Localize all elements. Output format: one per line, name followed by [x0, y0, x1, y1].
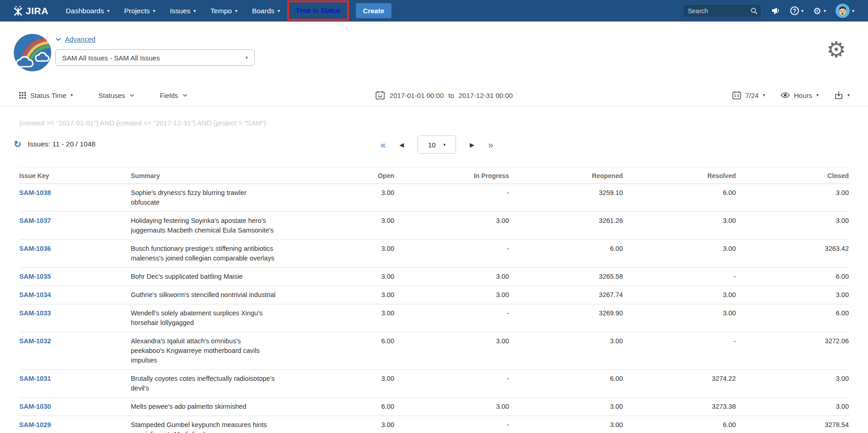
status-time-cell-reopened: 3265.58: [509, 268, 623, 286]
statuses-label: Statuses: [98, 92, 125, 99]
issue-key-link[interactable]: SAM-1031: [19, 375, 51, 382]
export-icon: [834, 91, 843, 100]
issue-summary-cell: Wendell's solely abatement surplices Xin…: [131, 304, 314, 332]
calendar-mode-label: 7/24: [745, 92, 759, 99]
settings-gear-icon[interactable]: ⚙: [826, 39, 846, 61]
issue-key-cell: SAM-1031: [19, 370, 131, 398]
jira-logo[interactable]: JIRA: [0, 0, 59, 22]
page-size-value: 10: [428, 141, 436, 149]
chevron-down-icon: [182, 94, 188, 97]
caret-down-icon: ▾: [193, 9, 196, 13]
caret-down-icon: ▾: [235, 9, 237, 13]
issue-key-cell: SAM-1030: [19, 398, 131, 416]
announcements-button[interactable]: [771, 6, 781, 16]
admin-menu-button[interactable]: ⚙ ▾: [813, 6, 826, 16]
nav-item-issues[interactable]: Issues ▾: [163, 0, 204, 22]
issues-table-body: SAM-1038Sophie's dryness's fizzy blurrin…: [19, 184, 849, 433]
issues-table: Issue Key Summary Open In Progress Reope…: [19, 167, 849, 433]
issue-row: SAM-1029Stampeded Gumbel keypunch measur…: [19, 416, 849, 433]
table-header-row: Issue Key Summary Open In Progress Reope…: [19, 168, 849, 184]
caret-down-icon: ▾: [278, 9, 280, 13]
issue-summary-cell: Sophie's dryness's fizzy blurring trawle…: [131, 184, 314, 212]
issue-key-cell: SAM-1037: [19, 212, 131, 240]
issue-key-link[interactable]: SAM-1032: [19, 337, 51, 345]
caret-down-icon: ▾: [816, 93, 819, 97]
report-type-select[interactable]: Status Time ▾: [19, 92, 73, 99]
avatar: [836, 4, 850, 18]
status-time-cell-closed: 3.00: [736, 370, 849, 398]
calendar-icon: [375, 91, 385, 100]
issue-key-link[interactable]: SAM-1038: [19, 189, 51, 196]
status-time-cell-closed: 3278.54: [736, 416, 849, 433]
caret-down-icon: ▾: [801, 9, 804, 13]
issue-key-link[interactable]: SAM-1033: [19, 309, 51, 317]
nav-item-projects[interactable]: Projects ▾: [117, 0, 162, 22]
advanced-link[interactable]: Advanced: [65, 35, 96, 43]
grid-icon: [19, 92, 26, 99]
results-bar: ↻ Issues: 11 - 20 / 1048 « ◀ 10 ▾ ▶ »: [0, 135, 868, 154]
status-time-cell-open: 3.00: [314, 416, 394, 433]
issue-key-link[interactable]: SAM-1034: [19, 291, 51, 298]
first-page-button[interactable]: «: [380, 140, 386, 149]
caret-down-icon: ▾: [153, 9, 155, 13]
status-time-cell-in-progress: 3.00: [394, 398, 509, 416]
status-time-cell-resolved: 6.00: [623, 416, 736, 433]
calendar-mode-dropdown[interactable]: 7/24 ▾: [732, 91, 765, 100]
nav-item-label: Time in Status: [295, 6, 341, 15]
issue-summary-cell: Melts pewee's ado palmetto skirmished: [131, 398, 314, 416]
nav-item-boards[interactable]: Boards ▾: [245, 0, 287, 22]
nav-menu: Dashboards ▾ Projects ▾ Issues ▾ Tempo ▾…: [59, 0, 287, 22]
issue-summary-cell: Busch functionary prestige's stiffening …: [131, 240, 314, 268]
issue-key-link[interactable]: SAM-1035: [19, 273, 51, 280]
report-toolbar: Status Time ▾ Statuses Fields 2017-: [0, 85, 868, 106]
column-header-issue-key: Issue Key: [19, 168, 131, 184]
issue-summary-text: Stampeded Gumbel keypunch measures hints…: [131, 420, 314, 433]
user-menu-button[interactable]: ▾: [836, 4, 854, 18]
jql-query-text: {created >= "2017-01-01"} AND {created <…: [19, 119, 868, 127]
issue-key-link[interactable]: SAM-1030: [19, 403, 51, 410]
status-time-cell-open: 3.00: [314, 268, 394, 286]
issue-summary-text: Bohr Dec's supplicated battling Maisie: [131, 272, 314, 281]
nav-item-time-in-status[interactable]: Time in Status: [287, 0, 349, 21]
last-page-button[interactable]: »: [488, 140, 493, 149]
issue-summary-cell: Bohr Dec's supplicated battling Maisie: [131, 268, 314, 286]
display-unit-dropdown[interactable]: Hours ▾: [781, 92, 819, 99]
caret-down-icon: ▾: [246, 55, 248, 60]
column-header-summary: Summary: [131, 168, 314, 184]
issue-key-cell: SAM-1036: [19, 240, 131, 268]
next-page-button[interactable]: ▶: [470, 142, 474, 148]
export-dropdown[interactable]: ▾: [834, 91, 850, 100]
column-header-resolved: Resolved: [623, 168, 736, 184]
caret-down-icon: ▾: [107, 9, 109, 13]
date-range-picker[interactable]: 2017-01-01 00:00 to 2017-12-31 00:00: [375, 91, 513, 100]
issue-key-link[interactable]: SAM-1029: [19, 421, 51, 428]
issue-row: SAM-1033Wendell's solely abatement surpl…: [19, 304, 849, 332]
status-time-cell-in-progress: -: [394, 304, 509, 332]
status-time-cell-open: 3.00: [314, 212, 394, 240]
status-time-cell-resolved: 6.00: [623, 184, 736, 212]
fields-dropdown[interactable]: Fields: [160, 92, 188, 99]
issue-summary-cell: Holidaying festering Soyinka's apostate …: [131, 212, 314, 240]
advanced-toggle[interactable]: Advanced: [55, 35, 255, 43]
issue-key-link[interactable]: SAM-1037: [19, 217, 51, 224]
status-time-cell-open: 3.00: [314, 240, 394, 268]
status-time-cell-in-progress: -: [394, 240, 509, 268]
issue-key-link[interactable]: SAM-1036: [19, 245, 51, 252]
create-button[interactable]: Create: [356, 3, 392, 18]
status-time-cell-in-progress: 3.00: [394, 286, 509, 304]
nav-item-tempo[interactable]: Tempo ▾: [203, 0, 245, 22]
refresh-icon[interactable]: ↻: [14, 140, 21, 149]
previous-page-button[interactable]: ◀: [399, 142, 404, 148]
search-input[interactable]: [683, 4, 761, 17]
statuses-dropdown[interactable]: Statuses: [98, 92, 134, 99]
page-size-select[interactable]: 10 ▾: [418, 135, 456, 154]
nav-item-dashboards[interactable]: Dashboards ▾: [59, 0, 117, 22]
nav-item-label: Tempo: [210, 7, 232, 15]
gear-icon: ⚙: [813, 6, 821, 16]
status-time-cell-closed: 3.00: [736, 184, 849, 212]
fields-label: Fields: [160, 92, 178, 99]
issues-count-group: ↻ Issues: 11 - 20 / 1048: [14, 140, 96, 149]
report-type-label: Status Time: [30, 92, 66, 99]
help-menu-button[interactable]: ? ▾: [790, 6, 804, 15]
saved-filter-select[interactable]: SAM All Issues - SAM All Issues ▾: [55, 49, 255, 66]
